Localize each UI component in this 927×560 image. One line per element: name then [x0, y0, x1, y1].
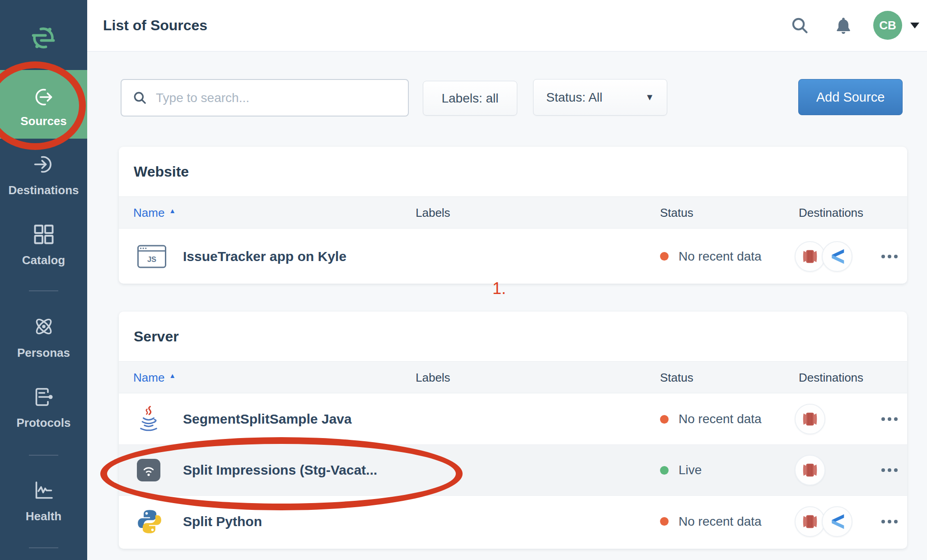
table-header: Name ▲ Labels Status Destinations	[119, 361, 907, 393]
status-dot	[660, 466, 669, 475]
health-chart-icon	[33, 480, 55, 501]
split-destination-icon[interactable]	[822, 241, 852, 272]
table-row-java[interactable]: SegmentSplitSample Java No recent data	[119, 394, 907, 445]
chevron-down-icon: ▼	[645, 92, 654, 103]
status-cell: No recent data	[660, 249, 762, 264]
status-dot	[660, 517, 669, 526]
java-icon	[137, 406, 160, 433]
more-options-button[interactable]	[877, 250, 902, 263]
column-header-labels: Labels	[416, 197, 450, 229]
status-filter-label: Status: All	[546, 90, 603, 105]
status-filter-dropdown[interactable]: Status: All ▼	[533, 79, 667, 116]
source-name: Split Python	[183, 514, 262, 529]
column-header-status: Status	[660, 362, 693, 394]
status-dot	[660, 415, 669, 424]
column-header-destinations: Destinations	[799, 362, 863, 394]
protocols-icon	[33, 386, 55, 408]
destinations-cell	[795, 455, 825, 485]
python-icon	[137, 509, 162, 534]
labels-filter-button[interactable]: Labels: all	[423, 81, 517, 116]
split-destination-icon[interactable]	[822, 506, 852, 537]
sidebar-item-protocols[interactable]: Protocols	[0, 386, 87, 430]
red-database-destination-icon[interactable]	[795, 506, 825, 537]
more-options-button[interactable]	[877, 413, 902, 425]
status-text: No recent data	[679, 514, 762, 529]
wifi-beacon-icon	[137, 459, 160, 481]
section-title: Server	[134, 312, 179, 361]
add-source-label: Add Source	[816, 90, 885, 105]
sidebar-divider	[29, 455, 58, 456]
section-title: Website	[134, 147, 189, 196]
status-text: No recent data	[679, 249, 762, 264]
sidebar-item-label: Sources	[0, 114, 87, 128]
sidebar-item-label: Personas	[0, 346, 87, 360]
source-name: IssueTracker app on Kyle	[183, 249, 346, 264]
table-row-issuetracker[interactable]: JS IssueTracker app on Kyle No recent da…	[119, 229, 907, 284]
column-header-status: Status	[660, 197, 693, 229]
sidebar-item-catalog[interactable]: Catalog	[0, 224, 87, 267]
sidebar-item-personas[interactable]: Personas	[0, 315, 87, 360]
column-header-name[interactable]: Name ▲	[133, 197, 176, 229]
sidebar-item-sources[interactable]: Sources	[0, 70, 87, 139]
more-options-button[interactable]	[877, 515, 902, 528]
notifications-bell-icon[interactable]	[833, 16, 853, 36]
account-menu-caret-icon[interactable]	[910, 23, 919, 28]
svg-text:JS: JS	[147, 255, 156, 263]
status-cell: No recent data	[660, 514, 762, 529]
javascript-browser-icon: JS	[137, 244, 167, 269]
sidebar-divider	[29, 290, 58, 291]
source-name: Split Impressions (Stg-Vacat...	[183, 462, 377, 478]
sidebar-item-label: Health	[0, 509, 87, 523]
red-database-destination-icon[interactable]	[795, 455, 825, 485]
destinations-cell	[795, 404, 825, 434]
sidebar-item-label: Destinations	[0, 183, 87, 197]
add-source-button[interactable]: Add Source	[798, 79, 903, 115]
red-database-destination-icon[interactable]	[795, 404, 825, 434]
sort-ascending-icon: ▲	[169, 207, 176, 215]
status-cell: Live	[660, 463, 702, 477]
segment-logo	[30, 24, 57, 51]
labels-filter-label: Labels: all	[441, 91, 498, 106]
red-database-destination-icon[interactable]	[795, 241, 825, 272]
catalog-grid-icon	[33, 224, 55, 245]
table-header: Name ▲ Labels Status Destinations	[119, 196, 907, 229]
status-text: Live	[679, 463, 702, 477]
column-header-labels: Labels	[416, 362, 450, 394]
top-header: List of Sources CB	[87, 0, 927, 51]
sidebar-item-health[interactable]: Health	[0, 480, 87, 523]
page-title: List of Sources	[103, 17, 207, 34]
status-cell: No recent data	[660, 412, 762, 426]
server-sources-card: Server Name ▲ Labels Status Destinations…	[119, 312, 907, 549]
search-icon	[132, 90, 148, 106]
column-header-destinations: Destinations	[799, 197, 863, 229]
sidebar-item-label: Protocols	[0, 416, 87, 430]
source-name: SegmentSplitSample Java	[183, 411, 351, 427]
search-input[interactable]	[156, 80, 408, 116]
sidebar: Sources Destinations Catalog	[0, 0, 87, 560]
destinations-icon	[33, 154, 55, 175]
more-options-button[interactable]	[877, 464, 902, 476]
app-window: Sources Destinations Catalog	[0, 0, 927, 560]
sort-ascending-icon: ▲	[169, 372, 176, 379]
status-dot	[660, 252, 669, 261]
destinations-cell	[795, 506, 852, 537]
sidebar-item-label: Catalog	[0, 253, 87, 267]
column-label: Name	[133, 206, 164, 220]
column-label: Name	[133, 371, 164, 385]
sidebar-divider	[29, 547, 58, 548]
sidebar-item-destinations[interactable]: Destinations	[0, 154, 87, 197]
personas-atom-icon	[33, 315, 55, 338]
column-header-name[interactable]: Name ▲	[133, 362, 176, 394]
table-row-split-impressions[interactable]: Split Impressions (Stg-Vacat... Live	[119, 445, 907, 496]
status-text: No recent data	[679, 412, 762, 426]
sources-icon	[33, 86, 55, 108]
destinations-cell	[795, 241, 852, 272]
avatar[interactable]: CB	[873, 11, 902, 40]
avatar-initials: CB	[879, 19, 896, 33]
website-sources-card: Website Name ▲ Labels Status Destination…	[119, 147, 907, 284]
search-icon[interactable]	[790, 16, 810, 36]
source-search-field	[121, 79, 409, 117]
table-row-split-python[interactable]: Split Python No recent data	[119, 496, 907, 547]
